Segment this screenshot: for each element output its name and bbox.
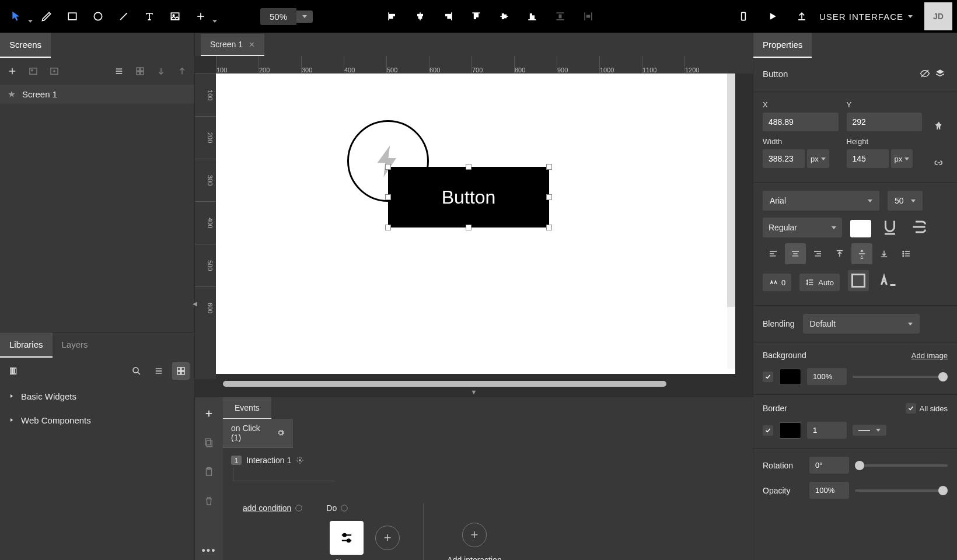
text-align-top-icon[interactable]	[829, 243, 850, 264]
screens-tab[interactable]: Screens	[0, 33, 51, 58]
libraries-tab[interactable]: Libraries	[0, 332, 53, 358]
align-top-icon[interactable]	[463, 5, 489, 28]
gear-icon[interactable]	[340, 504, 348, 512]
add-tool-dropdown[interactable]	[212, 20, 217, 23]
event-trigger[interactable]: on Click (1)	[223, 419, 293, 447]
align-middle-v-icon[interactable]	[491, 5, 517, 28]
add-tool[interactable]	[189, 5, 212, 28]
all-sides-checkbox[interactable]	[906, 403, 916, 414]
line-tool[interactable]	[112, 5, 135, 28]
width-input[interactable]	[763, 149, 805, 168]
background-color-chip[interactable]	[779, 369, 801, 385]
text-align-right-icon[interactable]	[807, 243, 828, 264]
blending-select[interactable]: Default	[803, 314, 920, 334]
properties-tab[interactable]: Properties	[753, 33, 812, 58]
copy-event-icon[interactable]	[200, 433, 218, 452]
y-input[interactable]	[847, 113, 923, 131]
zoom-level[interactable]: 50%	[260, 8, 296, 25]
gear-icon[interactable]	[277, 429, 285, 437]
add-folder-icon[interactable]	[46, 62, 63, 80]
upload-icon[interactable]	[790, 5, 813, 28]
select-tool-dropdown[interactable]	[28, 20, 33, 23]
text-color-swatch[interactable]	[850, 220, 871, 237]
letter-spacing-input[interactable]: 0	[763, 274, 791, 291]
align-bottom-icon[interactable]	[519, 5, 545, 28]
background-opacity-input[interactable]	[807, 368, 847, 385]
user-avatar[interactable]: JD	[924, 2, 952, 30]
resize-handle[interactable]	[466, 164, 471, 170]
layers-icon[interactable]	[932, 65, 948, 82]
events-tab[interactable]: Events	[223, 397, 271, 419]
lib-grid-view-icon[interactable]	[172, 362, 190, 380]
text-tool[interactable]	[138, 5, 161, 28]
canvas-area[interactable]: Button	[216, 74, 753, 379]
resize-handle[interactable]	[385, 225, 391, 230]
add-screen-icon[interactable]	[4, 62, 21, 80]
list-view-icon[interactable]	[110, 62, 128, 80]
width-unit-select[interactable]: px	[807, 149, 829, 168]
border-color-chip[interactable]	[779, 422, 801, 439]
canvas-tab-1[interactable]: Screen 1 ✕	[201, 34, 264, 56]
screen-item-1[interactable]: Screen 1	[0, 85, 194, 104]
rectangle-tool[interactable]	[61, 5, 84, 28]
pen-tool[interactable]	[35, 5, 58, 28]
list-icon[interactable]	[896, 243, 917, 264]
align-left-icon[interactable]	[379, 5, 405, 28]
gear-icon[interactable]	[295, 504, 303, 512]
lib-group-basic[interactable]: Basic Widgets	[0, 384, 194, 408]
border-width-input[interactable]	[807, 422, 847, 439]
collapse-left-panel[interactable]: ◀	[191, 296, 198, 310]
pin-position-icon[interactable]	[930, 121, 948, 131]
resize-handle[interactable]	[466, 225, 471, 230]
visibility-icon[interactable]	[917, 65, 932, 82]
add-condition-link[interactable]: add condition	[243, 503, 291, 513]
close-tab-icon[interactable]: ✕	[249, 40, 255, 49]
font-family-select[interactable]: Arial	[763, 191, 879, 211]
border-enabled-checkbox[interactable]	[763, 425, 773, 436]
sort-up-icon[interactable]	[173, 62, 191, 80]
resize-handle[interactable]	[385, 194, 391, 200]
text-align-middle-icon[interactable]	[851, 243, 872, 264]
grid-view-icon[interactable]	[131, 62, 149, 80]
paste-event-icon[interactable]	[200, 463, 218, 481]
collapse-events-arrow[interactable]: ▼	[195, 388, 753, 397]
text-align-bottom-icon[interactable]	[874, 243, 895, 264]
add-image-link[interactable]: Add image	[911, 351, 948, 360]
delete-event-icon[interactable]	[200, 492, 218, 510]
select-tool[interactable]	[5, 5, 28, 28]
artboard[interactable]: Button	[216, 74, 735, 374]
layers-tab[interactable]: Layers	[53, 332, 97, 358]
zoom-dropdown[interactable]	[296, 10, 313, 23]
text-align-left-icon[interactable]	[763, 243, 784, 264]
interaction-header[interactable]: 1 Interaction 1	[231, 453, 745, 467]
link-dimensions-icon[interactable]	[930, 158, 948, 168]
x-input[interactable]	[763, 113, 839, 131]
font-weight-select[interactable]: Regular	[763, 218, 842, 237]
change-style-action[interactable]	[330, 521, 364, 555]
opacity-input[interactable]	[809, 482, 849, 499]
device-preview-icon[interactable]	[732, 5, 755, 28]
opacity-slider[interactable]	[855, 489, 948, 492]
text-align-center-icon[interactable]	[785, 243, 806, 264]
canvas-vertical-scrollbar[interactable]	[727, 74, 735, 369]
image-tool[interactable]	[163, 5, 187, 28]
underline-icon[interactable]	[879, 216, 900, 237]
play-icon[interactable]	[761, 5, 784, 28]
sort-down-icon[interactable]	[152, 62, 170, 80]
add-action-button[interactable]: +	[375, 526, 400, 550]
canvas-horizontal-scrollbar[interactable]	[195, 379, 753, 388]
canvas-button-widget[interactable]: Button	[388, 167, 549, 228]
rotation-slider[interactable]	[855, 464, 948, 467]
background-enabled-checkbox[interactable]	[763, 372, 773, 382]
gear-icon[interactable]	[296, 456, 304, 464]
lib-list-view-icon[interactable]	[150, 362, 167, 380]
search-icon[interactable]	[128, 362, 145, 380]
font-size-select[interactable]: 50	[888, 191, 923, 211]
height-input[interactable]	[847, 149, 889, 168]
resize-handle[interactable]	[546, 194, 552, 200]
border-style-select[interactable]	[853, 425, 886, 436]
ellipse-tool[interactable]	[86, 5, 110, 28]
more-events-icon[interactable]: •••	[200, 541, 218, 560]
add-interaction-button[interactable]: +	[462, 523, 487, 547]
resize-handle[interactable]	[546, 164, 552, 170]
